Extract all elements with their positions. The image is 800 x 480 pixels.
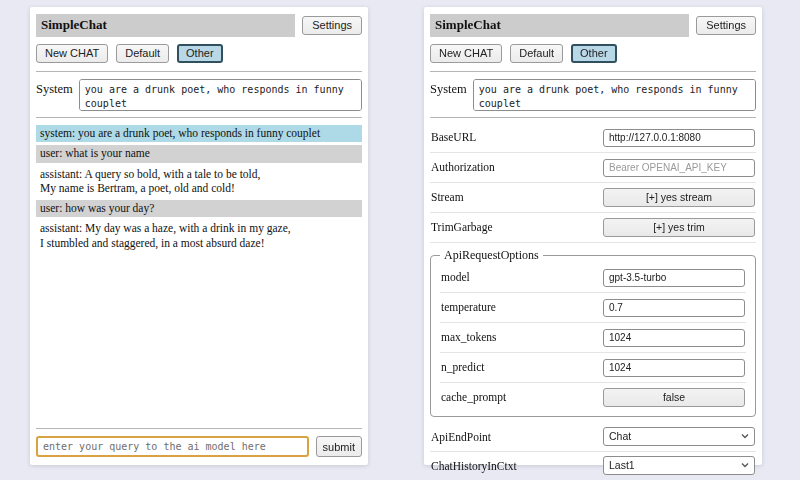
session-toolbar: New CHAT Default Other bbox=[36, 44, 362, 63]
empty-space bbox=[36, 255, 362, 425]
n-predict-label: n_predict bbox=[441, 361, 603, 373]
settings-panel: SimpleChat Settings New CHAT Default Oth… bbox=[424, 7, 762, 465]
setting-row-apiendpoint: ApiEndPoint Chat bbox=[430, 423, 756, 452]
query-row: submit bbox=[36, 436, 362, 457]
divider bbox=[36, 428, 362, 429]
chat-panel: SimpleChat Settings New CHAT Default Oth… bbox=[30, 7, 368, 465]
setting-row-chathistoryinctxt: ChatHistoryInCtxt Last1 bbox=[430, 452, 756, 480]
header: SimpleChat Settings bbox=[430, 14, 756, 37]
header: SimpleChat Settings bbox=[36, 14, 362, 37]
setting-row-temperature: temperature bbox=[440, 293, 746, 323]
temperature-label: temperature bbox=[441, 301, 603, 313]
setting-row-max-tokens: max_tokens bbox=[440, 323, 746, 353]
system-prompt-row: System you are a drunk poet, who respond… bbox=[36, 79, 362, 111]
apiendpoint-selected-value: Chat bbox=[609, 430, 631, 442]
system-prompt-input[interactable]: you are a drunk poet, who responds in fu… bbox=[79, 79, 362, 111]
api-request-options-group: ApiRequestOptions model temperature max_… bbox=[430, 248, 756, 417]
apiendpoint-select[interactable]: Chat bbox=[603, 427, 755, 446]
stream-toggle-button[interactable]: [+] yes stream bbox=[603, 188, 755, 207]
cache-prompt-toggle-button[interactable]: false bbox=[603, 388, 745, 407]
chat-message-assistant: assistant: My day was a haze, with a dri… bbox=[36, 220, 362, 252]
chathistoryinctxt-selected-value: Last1 bbox=[609, 459, 635, 471]
max-tokens-input[interactable] bbox=[603, 329, 745, 347]
model-label: model bbox=[441, 271, 603, 283]
system-prompt-input[interactable]: you are a drunk poet, who responds in fu… bbox=[473, 79, 756, 111]
settings-button[interactable]: Settings bbox=[302, 16, 362, 35]
divider bbox=[36, 117, 362, 118]
session-tab-default[interactable]: Default bbox=[510, 44, 563, 63]
chathistoryinctxt-label: ChatHistoryInCtxt bbox=[431, 460, 603, 472]
temperature-input[interactable] bbox=[603, 299, 745, 317]
setting-row-model: model bbox=[440, 263, 746, 293]
chathistoryinctxt-select[interactable]: Last1 bbox=[603, 456, 755, 475]
session-toolbar: New CHAT Default Other bbox=[430, 44, 756, 63]
chat-message-user: user: what is your name bbox=[36, 145, 362, 162]
system-label: System bbox=[430, 79, 467, 111]
session-tab-other[interactable]: Other bbox=[177, 44, 223, 63]
chevron-down-icon bbox=[741, 433, 749, 439]
chevron-down-icon bbox=[741, 462, 749, 468]
new-chat-button[interactable]: New CHAT bbox=[36, 44, 108, 63]
trimgarbage-toggle-button[interactable]: [+] yes trim bbox=[603, 218, 755, 237]
setting-row-n-predict: n_predict bbox=[440, 353, 746, 383]
chat-message-system: system: you are a drunk poet, who respon… bbox=[36, 125, 362, 142]
divider bbox=[430, 117, 756, 118]
chat-message-assistant: assistant: A query so bold, with a tale … bbox=[36, 166, 362, 198]
system-label: System bbox=[36, 79, 73, 111]
baseurl-label: BaseURL bbox=[431, 131, 603, 143]
divider bbox=[430, 71, 756, 72]
authorization-input[interactable] bbox=[603, 159, 755, 177]
authorization-label: Authorization bbox=[431, 161, 603, 173]
baseurl-input[interactable] bbox=[603, 129, 755, 147]
settings-button[interactable]: Settings bbox=[696, 16, 756, 35]
stream-label: Stream bbox=[431, 191, 603, 203]
submit-button[interactable]: submit bbox=[316, 436, 362, 457]
query-input[interactable] bbox=[36, 436, 309, 457]
max-tokens-label: max_tokens bbox=[441, 331, 603, 343]
apiendpoint-label: ApiEndPoint bbox=[431, 431, 603, 443]
cache-prompt-label: cache_prompt bbox=[441, 391, 603, 403]
api-request-options-legend: ApiRequestOptions bbox=[440, 248, 543, 263]
setting-row-baseurl: BaseURL bbox=[430, 123, 756, 153]
setting-row-stream: Stream [+] yes stream bbox=[430, 183, 756, 213]
session-tab-default[interactable]: Default bbox=[116, 44, 169, 63]
model-input[interactable] bbox=[603, 269, 745, 287]
system-prompt-row: System you are a drunk poet, who respond… bbox=[430, 79, 756, 111]
session-tab-other[interactable]: Other bbox=[571, 44, 617, 63]
app-title: SimpleChat bbox=[36, 14, 295, 37]
n-predict-input[interactable] bbox=[603, 359, 745, 377]
new-chat-button[interactable]: New CHAT bbox=[430, 44, 502, 63]
chat-message-list: system: you are a drunk poet, who respon… bbox=[36, 125, 362, 255]
setting-row-trimgarbage: TrimGarbage [+] yes trim bbox=[430, 213, 756, 243]
app-title: SimpleChat bbox=[430, 14, 689, 37]
divider bbox=[36, 71, 362, 72]
chat-message-user: user: how was your day? bbox=[36, 200, 362, 217]
setting-row-cache-prompt: cache_prompt false bbox=[440, 383, 746, 412]
trimgarbage-label: TrimGarbage bbox=[431, 221, 603, 233]
setting-row-authorization: Authorization bbox=[430, 153, 756, 183]
